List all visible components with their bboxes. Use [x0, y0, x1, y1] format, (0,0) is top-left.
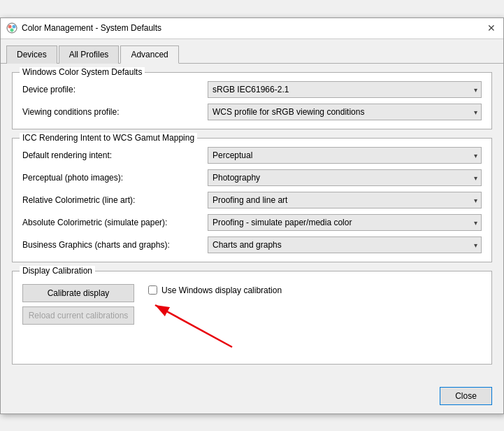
window-close-button[interactable]: ✕ [485, 22, 498, 34]
device-profile-row: Device profile: sRGB IEC61966-2.1 [22, 81, 482, 98]
use-windows-calibration-checkbox[interactable] [148, 285, 157, 295]
display-calibration-title: Display Calibration [20, 266, 95, 276]
icc-rendering-title: ICC Rendering Intent to WCS Gamut Mappin… [20, 133, 197, 143]
icc-label-2: Relative Colorimetric (line art): [22, 195, 208, 205]
title-bar: Color Management - System Defaults ✕ [1, 18, 503, 39]
icc-select-0[interactable]: Perceptual [208, 147, 482, 164]
icc-select-wrapper-3: Proofing - simulate paper/media color [208, 214, 482, 231]
icc-label-4: Business Graphics (charts and graphs): [22, 240, 208, 250]
color-management-icon [6, 22, 17, 34]
icc-select-1[interactable]: Photography [208, 169, 482, 186]
icc-label-0: Default rendering intent: [22, 150, 208, 160]
calibration-buttons: Calibrate display Reload current calibra… [22, 284, 134, 325]
checkbox-area: Use Windows display calibration [148, 284, 288, 354]
arrow-annotation [148, 298, 288, 354]
calibrate-display-button[interactable]: Calibrate display [22, 284, 134, 302]
close-button[interactable]: Close [440, 387, 492, 405]
viewing-conditions-row: Viewing conditions profile: WCS profile … [22, 104, 482, 120]
tab-bar: Devices All Profiles Advanced [1, 39, 503, 64]
svg-point-3 [10, 29, 14, 32]
reload-calibrations-button[interactable]: Reload current calibrations [22, 306, 134, 325]
icc-select-wrapper-1: Photography [208, 169, 482, 186]
icc-rendering-section: ICC Rendering Intent to WCS Gamut Mappin… [12, 138, 492, 262]
device-profile-select-wrapper: sRGB IEC61966-2.1 [208, 81, 482, 98]
device-profile-label: Device profile: [22, 85, 208, 94]
windows-color-system-title: Windows Color System Defaults [20, 67, 145, 77]
svg-line-5 [155, 305, 232, 347]
icc-row-2: Relative Colorimetric (line art): Proofi… [22, 192, 482, 209]
display-calibration-section: Display Calibration Calibrate display Re… [12, 271, 492, 365]
icc-select-3[interactable]: Proofing - simulate paper/media color [208, 214, 482, 231]
viewing-conditions-select[interactable]: WCS profile for sRGB viewing conditions [208, 104, 482, 120]
icc-label-3: Absolute Colorimetric (simulate paper): [22, 218, 208, 227]
footer: Close [1, 381, 503, 414]
main-window: Color Management - System Defaults ✕ Dev… [0, 17, 504, 414]
svg-point-2 [13, 25, 16, 29]
device-profile-select[interactable]: sRGB IEC61966-2.1 [208, 81, 482, 98]
icc-select-2[interactable]: Proofing and line art [208, 192, 482, 209]
icc-select-wrapper-2: Proofing and line art [208, 192, 482, 209]
icc-row-4: Business Graphics (charts and graphs): C… [22, 236, 482, 253]
icc-select-wrapper-4: Charts and graphs [208, 236, 482, 253]
icc-label-1: Perceptual (photo images): [22, 173, 208, 183]
icc-row-1: Perceptual (photo images): Photography [22, 169, 482, 186]
tab-all-profiles[interactable]: All Profiles [59, 45, 120, 64]
title-bar-left: Color Management - System Defaults [6, 22, 161, 34]
tab-devices[interactable]: Devices [6, 45, 57, 64]
icc-select-4[interactable]: Charts and graphs [208, 236, 482, 253]
title-text: Color Management - System Defaults [22, 23, 161, 33]
icc-row-3: Absolute Colorimetric (simulate paper): … [22, 214, 482, 231]
svg-point-1 [8, 25, 12, 29]
content-area: Windows Color System Defaults Device pro… [1, 64, 503, 381]
viewing-conditions-label: Viewing conditions profile: [22, 107, 208, 117]
tab-advanced[interactable]: Advanced [120, 45, 178, 64]
icc-row-0: Default rendering intent: Perceptual [22, 147, 482, 164]
use-windows-calibration-label: Use Windows display calibration [161, 285, 282, 295]
use-windows-calibration-row: Use Windows display calibration [148, 285, 288, 295]
calibration-content: Calibrate display Reload current calibra… [22, 284, 482, 354]
windows-color-system-section: Windows Color System Defaults Device pro… [12, 72, 492, 129]
viewing-conditions-select-wrapper: WCS profile for sRGB viewing conditions [208, 104, 482, 120]
icc-select-wrapper-0: Perceptual [208, 147, 482, 164]
